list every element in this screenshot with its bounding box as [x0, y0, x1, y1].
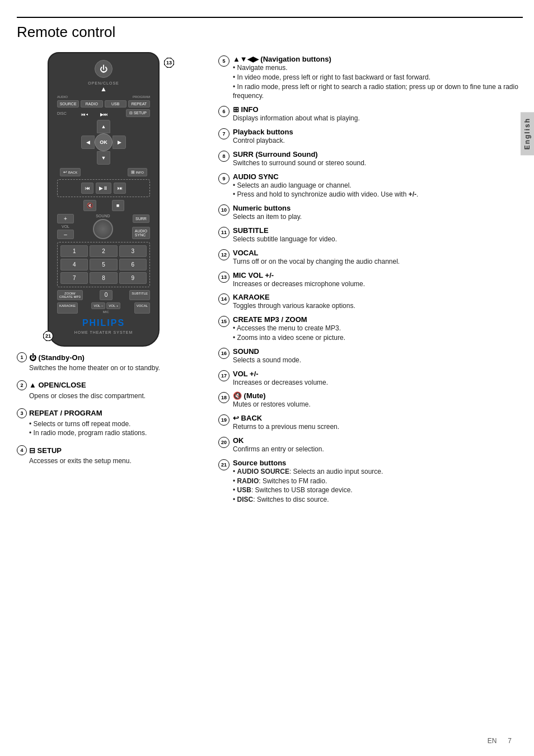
callout-21: 21 [43, 331, 53, 341]
seek-buttons: ⏮◀ ▶⏭ [81, 112, 108, 117]
mic-vol-minus-button[interactable]: VOL – [91, 302, 105, 309]
item-16: 16 SOUND Selects a sound mode. [218, 347, 523, 365]
play-pause-button[interactable]: ▶⏸ [96, 183, 111, 194]
num-2-button[interactable]: 2 [90, 245, 117, 257]
vol-label: VOL [62, 225, 69, 228]
dpad-left[interactable]: ◀ [81, 136, 95, 149]
num-9-button[interactable]: 9 [119, 272, 147, 284]
karaoke-button[interactable]: KARAOKE [57, 302, 78, 314]
item-11: 11 SUBTITLE Selects subtitle language fo… [218, 226, 523, 244]
dpad: ⏮◀ ▶⏭ ▲ ▼ ◀ ▶ OK [81, 120, 126, 165]
usb-button[interactable]: USB [105, 100, 127, 108]
content-20: OK Confirms an entry or selection. [233, 436, 324, 454]
volume-section: + VOL – [57, 214, 74, 239]
stop-button[interactable]: ■ [112, 200, 124, 211]
item-9: 9 AUDIO SYNC Selects an audio language o… [218, 172, 523, 200]
audio-label: AUDIO [57, 95, 68, 99]
body-12: Turns off or on the vocal by changing th… [233, 257, 400, 267]
page-lang: EN [488, 737, 497, 745]
sound-dial[interactable] [93, 219, 113, 239]
content-13: MIC VOL +/- Increases or decreases micro… [233, 271, 365, 289]
content-12: VOCAL Turns off or on the vocal by chang… [233, 249, 400, 267]
prev-button[interactable]: ⏮ [81, 183, 93, 194]
content-9: AUDIO SYNC Selects an audio language or … [233, 172, 418, 200]
surr-button[interactable]: SURR [133, 214, 149, 223]
zoom-zero-subtitle-row: ZOOM/CREATE MP3 0 SUBTITLE [57, 290, 150, 300]
num-4-button[interactable]: 4 [60, 259, 88, 270]
page-title: Remote control [17, 24, 523, 41]
fast-back-button[interactable]: ⏮◀ [81, 112, 88, 117]
num-1-button[interactable]: 1 [60, 245, 88, 257]
num-6-button[interactable]: 6 [119, 259, 147, 270]
back-info-row: ↩ BACK ⊞ INFO [57, 168, 150, 176]
body-8: Switches to surround sound or stereo sou… [233, 158, 366, 168]
title-11: SUBTITLE [233, 226, 337, 235]
language-tab: English [521, 112, 534, 155]
badge-7: 7 [218, 128, 229, 139]
num-5-button[interactable]: 5 [90, 259, 117, 270]
desc-title-4: ⊟ SETUP [29, 446, 62, 455]
desc-num-2: 2 [17, 380, 27, 390]
dpad-down[interactable]: ▼ [97, 151, 110, 165]
page-container: Remote control ⏻ [0, 0, 534, 756]
setup-button[interactable]: ⊟ SETUP [126, 109, 150, 117]
item-15: 15 CREATE MP3 / ZOOM Accesses the menu t… [218, 315, 523, 343]
desc-item-1: 1 ⏻ (Standby-On) Switches the home theat… [17, 352, 207, 373]
audio-sync-button[interactable]: AUDIOSYNC [132, 227, 150, 239]
desc-item-3: 3 REPEAT / PROGRAM Selects or turns off … [17, 408, 207, 438]
body-17: Increases or decreases volume. [233, 378, 328, 388]
item-10: 10 Numeric buttons Selects an item to pl… [218, 204, 523, 222]
power-button[interactable]: ⏻ [95, 60, 113, 78]
content-5: ▲▼◀▶ (Navigation buttons) Navigate menus… [233, 55, 523, 101]
back-button[interactable]: ↩ BACK [60, 168, 81, 176]
dpad-up[interactable]: ▲ [97, 120, 110, 133]
radio-button[interactable]: RADIO [81, 100, 102, 108]
item-20: 20 OK Confirms an entry or selection. [218, 436, 523, 454]
body-14: Toggles through various karaoke options. [233, 301, 355, 311]
badge-21: 21 [218, 459, 229, 470]
title-19: ↩ BACK [233, 414, 339, 422]
mute-button[interactable]: 🔇 [83, 200, 96, 211]
content-14: KARAOKE Toggles through various karaoke … [233, 293, 355, 311]
fast-forward-button[interactable]: ▶⏭ [100, 112, 108, 117]
num-7-button[interactable]: 7 [60, 272, 88, 284]
karaoke-row: KARAOKE VOL – VOL + MIC VOCAL [57, 302, 150, 314]
dpad-right[interactable]: ▶ [113, 136, 126, 149]
item-7: 7 Playback buttons Control playback. [218, 128, 523, 146]
zoom-button[interactable]: ZOOM/CREATE MP3 [57, 290, 83, 300]
info-button[interactable]: ⊞ INFO [128, 168, 147, 176]
desc-num-3: 3 [17, 408, 27, 418]
ok-button[interactable]: OK [95, 133, 113, 151]
vocal-button[interactable]: VOCAL [134, 302, 150, 314]
desc-num-1: 1 [17, 352, 27, 362]
repeat-button[interactable]: REPEAT [128, 100, 150, 108]
source-button[interactable]: SOURCE [57, 100, 79, 108]
body-11: Selects subtitle language for video. [233, 235, 337, 244]
mic-label: MIC [103, 310, 109, 314]
badge-19: 19 [218, 414, 229, 426]
content-19: ↩ BACK Returns to a previous menu screen… [233, 414, 339, 432]
vol-plus-button[interactable]: + [57, 214, 74, 223]
remote-illustration: ⏻ OPEN/CLOSE ▲ AUDIO [17, 52, 190, 347]
content-10: Numeric buttons Selects an item to play. [233, 204, 302, 222]
body-6: Displays information about what is playi… [233, 114, 360, 123]
disc-label: DISC [57, 111, 67, 115]
next-button[interactable]: ⏭ [114, 183, 126, 194]
left-column: ⏻ OPEN/CLOSE ▲ AUDIO [17, 52, 207, 509]
subtitle-button[interactable]: SUBTITLE [129, 290, 150, 300]
title-6: ⊞ INFO [233, 105, 360, 114]
source-buttons-row: SOURCE RADIO USB REPEAT [57, 100, 150, 108]
badge-6: 6 [218, 106, 229, 117]
badge-18: 18 [218, 392, 229, 403]
desc-title-3: REPEAT / PROGRAM [29, 409, 102, 417]
source-row: AUDIO PROGRAM [57, 95, 150, 99]
open-close-button[interactable]: OPEN/CLOSE ▲ [88, 81, 119, 93]
zero-button[interactable]: 0 [100, 290, 113, 300]
vol-minus-button[interactable]: – [57, 230, 74, 239]
remote-body: ⏻ OPEN/CLOSE ▲ AUDIO [48, 52, 160, 347]
num-8-button[interactable]: 8 [90, 272, 117, 284]
num-3-button[interactable]: 3 [119, 245, 147, 257]
badge-9: 9 [218, 173, 229, 184]
right-column: 5 ▲▼◀▶ (Navigation buttons) Navigate men… [218, 52, 523, 509]
mic-vol-plus-button[interactable]: VOL + [106, 302, 120, 309]
